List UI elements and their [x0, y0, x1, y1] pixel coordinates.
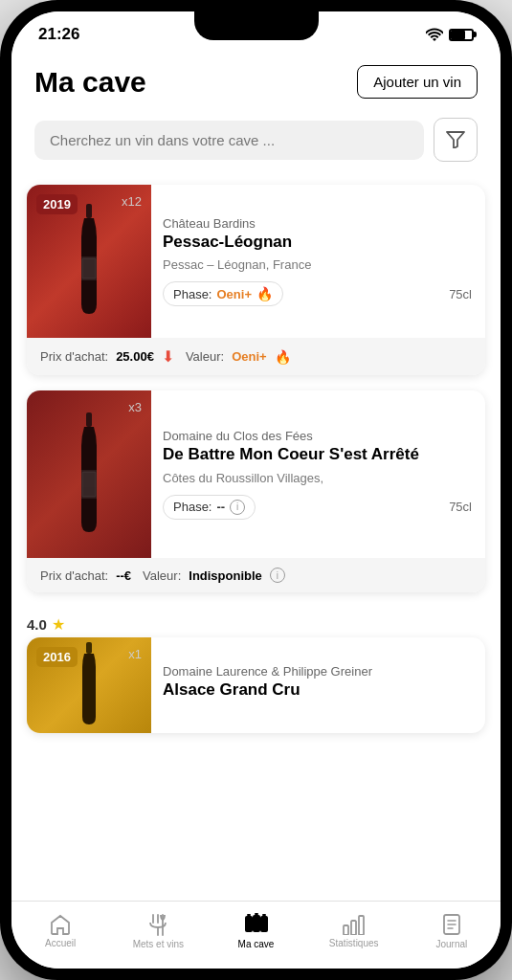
phase-badge-2: Phase: -- i [163, 495, 256, 520]
header: Ma cave Ajouter un vin [11, 50, 501, 110]
svg-rect-15 [253, 915, 260, 932]
stats-icon [343, 914, 366, 935]
wine-details-2: Domaine du Clos des Fées De Battre Mon C… [151, 390, 485, 558]
wine-producer-1: Château Bardins [163, 216, 472, 231]
wine-image-bg-2: x3 [27, 390, 151, 558]
page-title: Ma cave [34, 66, 146, 99]
wine-meta-row-1: Phase: Oeni+ 🔥 75cl [163, 281, 472, 306]
quantity-badge-2: x3 [128, 400, 142, 414]
wine-card-3[interactable]: 2016 x1 Domaine Laurence & Philippe Grei… [27, 637, 485, 733]
wine-image-bg-1: 2019 x12 [27, 185, 151, 338]
wine-image-container-2: x3 [27, 390, 151, 558]
wine-producer-3: Domaine Laurence & Philippe Greiner [163, 664, 472, 679]
filter-button[interactable] [434, 118, 478, 162]
wine-card-1[interactable]: 2019 x12 Château Bardins [27, 185, 485, 375]
cave-icon [242, 913, 271, 936]
wine-card-main-3: 2016 x1 Domaine Laurence & Philippe Grei… [27, 637, 485, 733]
nav-item-mets[interactable]: Mets et vins [109, 909, 207, 953]
battery-icon [449, 29, 474, 41]
wine-bottle-icon-2 [72, 412, 106, 537]
wine-bottle-icon-3 [76, 642, 102, 728]
price-down-icon-1: ⬇ [162, 347, 174, 366]
svg-rect-6 [86, 642, 92, 654]
wine-card-2[interactable]: x3 Domaine du Clos des Fées De Battre Mo… [27, 390, 485, 592]
nav-label-accueil: Accueil [45, 938, 76, 948]
svg-rect-3 [86, 412, 92, 427]
svg-rect-16 [262, 914, 266, 916]
nav-label-journal: Journal [436, 939, 468, 949]
wifi-icon [426, 28, 443, 41]
nav-item-journal[interactable]: Journal [403, 909, 501, 953]
price-label-1: Prix d'achat: [40, 349, 108, 364]
home-icon [49, 914, 72, 935]
add-wine-button[interactable]: Ajouter un vin [357, 65, 478, 99]
nav-item-accueil[interactable]: Accueil [11, 910, 109, 952]
quantity-badge-1: x12 [122, 194, 142, 209]
wine-name-1: Pessac-Léognan [163, 233, 472, 252]
volume-1: 75cl [449, 287, 472, 301]
valeur-label-1: Valeur: [186, 349, 224, 364]
wine-image-container-1: 2019 x12 [27, 185, 151, 338]
wine-details-3: Domaine Laurence & Philippe Greiner Alsa… [151, 637, 485, 733]
nav-item-statistiques[interactable]: Statistiques [305, 910, 403, 952]
svg-rect-14 [255, 913, 258, 915]
info-icon-price-2[interactable]: i [270, 568, 285, 583]
content-area: Ma cave Ajouter un vin 2019 [11, 50, 501, 901]
svg-rect-0 [86, 204, 92, 218]
status-time: 21:26 [38, 25, 79, 44]
filter-icon [446, 131, 465, 148]
info-icon-2[interactable]: i [230, 500, 245, 515]
phase-value-2: -- [216, 500, 225, 514]
price-value-2: --€ [116, 568, 131, 583]
oeni-icon-price-1: 🔥 [275, 349, 291, 365]
svg-rect-12 [247, 914, 251, 916]
phone-screen: 21:26 Ma cave Ajouter un vin [11, 11, 501, 969]
battery-fill [451, 31, 465, 39]
wine-image-bg-3: 2016 x1 [27, 637, 151, 733]
svg-rect-13 [245, 916, 253, 932]
phase-label-1: Phase: [173, 287, 211, 301]
year-badge-3: 2016 [36, 647, 78, 667]
rating-number-3: 4.0 [27, 616, 47, 633]
mets-icon [147, 913, 168, 936]
nav-label-cave: Ma cave [238, 939, 275, 949]
nav-item-cave[interactable]: Ma cave [207, 909, 304, 953]
svg-rect-18 [344, 925, 348, 935]
svg-rect-5 [82, 472, 96, 497]
phone-frame: 21:26 Ma cave Ajouter un vin [0, 0, 512, 980]
svg-rect-19 [351, 921, 356, 935]
search-input[interactable] [34, 121, 424, 160]
wine-price-bar-1: Prix d'achat: 25.00€ ⬇ Valeur: Oeni+ 🔥 [27, 338, 485, 375]
svg-rect-20 [359, 916, 364, 935]
wine-name-3: Alsace Grand Cru [163, 680, 472, 700]
phase-label-2: Phase: [173, 500, 211, 514]
status-icons [426, 28, 474, 41]
valeur-value-1: Oeni+ [232, 349, 267, 364]
nav-label-statistiques: Statistiques [329, 938, 379, 948]
year-badge-1: 2019 [36, 194, 78, 214]
wine-region-1: Pessac – Léognan, France [163, 257, 472, 272]
valeur-value-2: Indisponible [189, 568, 262, 583]
wine-bottle-icon-1 [72, 204, 106, 319]
journal-icon [441, 913, 462, 936]
valeur-label-2: Valeur: [143, 568, 181, 583]
oeni-icon-1: 🔥 [256, 286, 273, 301]
search-container [11, 110, 501, 177]
volume-2: 75cl [449, 500, 472, 514]
quantity-badge-3: x1 [128, 647, 142, 661]
bottom-nav: Accueil Mets et vins [11, 901, 501, 969]
svg-rect-2 [82, 258, 96, 278]
wine-region-2: Côtes du Roussillon Villages, [163, 471, 472, 485]
svg-rect-17 [260, 916, 268, 932]
price-label-2: Prix d'achat: [40, 568, 108, 583]
nav-label-mets: Mets et vins [133, 939, 184, 949]
wine-meta-row-2: Phase: -- i 75cl [163, 495, 472, 520]
wine-producer-2: Domaine du Clos des Fées [163, 429, 472, 443]
notch [194, 11, 319, 40]
phase-badge-1: Phase: Oeni+ 🔥 [163, 281, 283, 306]
star-icon-3: ★ [52, 615, 65, 634]
wine-name-2: De Battre Mon Coeur S'est Arrêté [163, 445, 472, 464]
wine-price-bar-2: Prix d'achat: --€ Valeur: Indisponible i [27, 558, 485, 592]
wine-card-main-2: x3 Domaine du Clos des Fées De Battre Mo… [27, 390, 485, 558]
wine-image-container-3: 2016 x1 [27, 637, 151, 733]
